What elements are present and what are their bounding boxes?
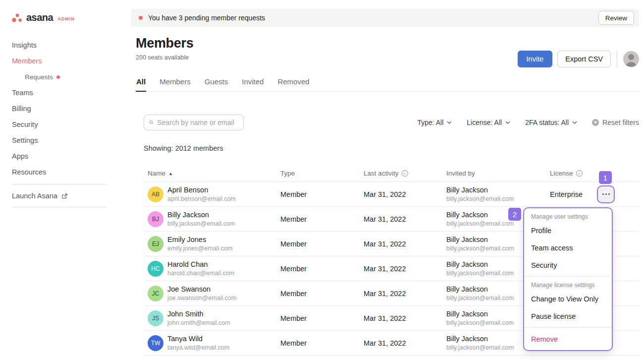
member-email: tanya.wild@email.com [167, 344, 229, 351]
sidebar-item-resources[interactable]: Resources [12, 164, 119, 180]
invite-button[interactable]: Invite [518, 51, 553, 67]
member-name: Emily Jones [167, 236, 232, 244]
member-email: john.smith@email.com [167, 319, 230, 326]
filter-label: License: All [467, 119, 502, 126]
sidebar-divider [12, 207, 107, 207]
menu-item-pause-license[interactable]: Pause license [524, 307, 612, 325]
member-email: billy.jackson@email.com [167, 220, 235, 227]
search-box[interactable] [144, 115, 244, 130]
menu-item-team-access[interactable]: Team access [524, 239, 612, 256]
column-header-name[interactable]: Name ▲ [144, 170, 280, 177]
sidebar-item-members[interactable]: Members [12, 53, 119, 69]
ellipsis-icon [605, 193, 607, 195]
tab-all[interactable]: All [136, 74, 146, 92]
table-header-row: Name ▲ Type Last activity i Invited by L… [144, 165, 639, 182]
sidebar-item-label: Members [12, 57, 42, 65]
last-activity: Mar 31, 2022 [364, 215, 446, 223]
menu-item-remove[interactable]: Remove [524, 330, 612, 348]
last-activity: Mar 31, 2022 [364, 265, 446, 273]
toolbar: Type: All License: All 2FA status: All ✕… [144, 115, 639, 130]
invited-by-email: billy.jackson@email.com [446, 195, 550, 202]
sidebar-item-apps[interactable]: Apps [12, 148, 119, 164]
license-filter-dropdown[interactable]: License: All [467, 119, 510, 126]
invited-by-name: Billy Jackson [446, 186, 550, 194]
tab-removed[interactable]: Removed [277, 74, 310, 92]
tab-guests[interactable]: Guests [204, 74, 229, 92]
reset-filters-label: Reset filters [602, 119, 639, 126]
avatar: EJ [148, 236, 163, 252]
sidebar-item-label: Resources [12, 168, 46, 176]
header-actions: Invite Export CSV [518, 51, 639, 67]
logo-wordmark: asana [26, 12, 53, 23]
sidebar-divider [12, 184, 107, 184]
member-name: John Smith [167, 310, 230, 318]
menu-item-security[interactable]: Security [524, 256, 612, 274]
row-more-actions-button[interactable] [597, 185, 615, 203]
member-name: Joe Swanson [167, 285, 236, 294]
menu-item-change-to-view-only[interactable]: Change to View Only [524, 290, 612, 307]
member-email: joe.swanson@email.com [167, 295, 236, 301]
column-label: Invited by [446, 170, 475, 177]
menu-item-profile[interactable]: Profile [524, 222, 612, 239]
ellipsis-icon [608, 193, 610, 195]
member-email: april.benson@email.com [167, 195, 236, 202]
info-icon[interactable]: i [402, 170, 408, 177]
member-type: Member [280, 240, 364, 248]
menu-section-license-settings: Manage license settings Change to View O… [524, 276, 612, 327]
sort-ascending-icon: ▲ [168, 171, 173, 176]
avatar: HC [148, 261, 163, 277]
column-label: Last activity [364, 170, 399, 177]
vertical-divider [617, 51, 617, 67]
menu-section-header: Manage user settings [524, 211, 612, 222]
member-type: Member [280, 215, 364, 223]
sidebar-item-requests[interactable]: Requests [12, 69, 119, 85]
column-header-type: Type [280, 170, 364, 177]
sidebar-item-billing[interactable]: Billing [12, 101, 119, 117]
chevron-down-icon [447, 120, 452, 125]
export-csv-button[interactable]: Export CSV [557, 51, 611, 67]
admin-console-page: asana ADMIN Insights Members Requests Te… [0, 0, 644, 361]
sidebar-item-label: Apps [12, 152, 28, 160]
annotation-badge-1: 1 [599, 171, 612, 184]
sidebar: asana ADMIN Insights Members Requests Te… [0, 0, 119, 361]
tab-invited[interactable]: Invited [241, 74, 264, 92]
filter-controls: Type: All License: All 2FA status: All ✕… [417, 119, 639, 126]
sidebar-item-settings[interactable]: Settings [12, 132, 119, 148]
banner-message: You have 3 pending member requests [148, 14, 265, 22]
avatar: BJ [148, 211, 163, 227]
sidebar-item-label: Requests [25, 73, 53, 81]
member-name: Tanya Wild [167, 335, 229, 343]
launch-asana-link[interactable]: Launch Asana [12, 188, 119, 204]
user-avatar[interactable] [623, 51, 639, 67]
sidebar-item-label: Security [12, 120, 38, 128]
pending-requests-banner: You have 3 pending member requests Revie… [131, 9, 639, 27]
sidebar-item-label: Billing [12, 105, 31, 113]
2fa-filter-dropdown[interactable]: 2FA status: All [525, 119, 577, 126]
avatar: TW [148, 335, 163, 351]
member-type: Member [280, 265, 364, 273]
sidebar-item-insights[interactable]: Insights [12, 37, 119, 53]
license-value: Enterprise [550, 190, 597, 198]
row-actions-menu: Manage user settings Profile Team access… [523, 207, 613, 351]
member-email: harold.chan@email.com [167, 270, 234, 277]
type-filter-dropdown[interactable]: Type: All [417, 119, 452, 126]
column-label: Name [148, 170, 165, 177]
tab-members[interactable]: Members [159, 74, 191, 92]
search-input[interactable] [157, 119, 238, 126]
filter-label: 2FA status: All [525, 119, 569, 126]
reset-filters-button[interactable]: ✕ Reset filters [592, 119, 639, 126]
review-button[interactable]: Review [598, 11, 634, 25]
sidebar-item-teams[interactable]: Teams [12, 85, 119, 101]
member-name: Harold Chan [167, 260, 234, 269]
sidebar-item-security[interactable]: Security [12, 117, 119, 132]
alert-dot-icon [139, 16, 143, 20]
person-icon [623, 51, 639, 67]
ellipsis-icon [602, 193, 604, 195]
last-activity: Mar 31, 2022 [364, 339, 446, 347]
column-label: License [550, 170, 573, 177]
info-icon[interactable]: i [576, 170, 583, 177]
member-type: Member [280, 339, 364, 347]
member-name: April Benson [167, 186, 236, 194]
clear-circle-icon: ✕ [592, 119, 599, 126]
asana-logo[interactable]: asana ADMIN [12, 12, 119, 23]
